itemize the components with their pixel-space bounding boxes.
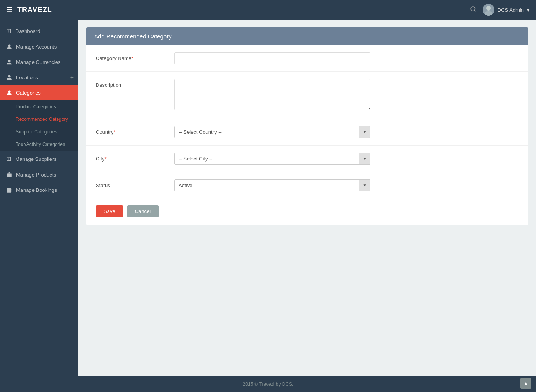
category-name-row: Category Name* <box>86 45 528 72</box>
footer-text: 2015 © Travezl by DCS. <box>243 381 294 387</box>
sidebar-item-manage-currencies[interactable]: Manage Currencies <box>0 55 78 70</box>
form-buttons: Save Cancel <box>86 199 528 225</box>
brand-title: TRAVEZL <box>17 6 470 14</box>
card-body: Category Name* Description Cou <box>86 45 528 225</box>
required-marker: * <box>114 129 116 135</box>
bookings-icon <box>6 187 12 193</box>
sidebar-item-manage-accounts[interactable]: Manage Accounts <box>0 39 78 55</box>
city-label: City* <box>96 153 174 162</box>
scroll-to-top-button[interactable]: ▲ <box>520 378 531 389</box>
category-name-input[interactable] <box>174 52 370 64</box>
user-menu[interactable]: DCS Admin ▾ <box>483 4 530 16</box>
description-label: Description <box>96 79 174 88</box>
city-row: City* -- Select City -- ▼ <box>86 146 528 172</box>
collapse-icon[interactable]: − <box>70 89 74 97</box>
status-row: Status Active Inactive ▼ <box>86 172 528 199</box>
sidebar-item-label: Locations <box>16 75 38 80</box>
sidebar-sub-recommended-category[interactable]: Recommended Category <box>0 113 78 126</box>
sidebar-sub-supplier-categories[interactable]: Supplier Categories <box>0 126 78 138</box>
products-icon <box>6 172 12 178</box>
description-row: Description <box>86 72 528 119</box>
categories-submenu: Product Categories Recommended Category … <box>0 100 78 151</box>
sidebar-item-categories[interactable]: Categories − <box>0 85 78 100</box>
country-label: Country* <box>96 126 174 135</box>
currencies-icon <box>6 59 12 65</box>
sidebar-item-label: Manage Accounts <box>16 44 57 50</box>
status-select[interactable]: Active Inactive <box>174 179 370 191</box>
sidebar-item-manage-bookings[interactable]: Manage Bookings <box>0 182 78 198</box>
svg-point-0 <box>471 7 475 11</box>
city-wrap: -- Select City -- ▼ <box>174 153 370 165</box>
accounts-icon <box>6 44 12 50</box>
sidebar-item-dashboard[interactable]: ⊞ Dashboard <box>0 23 78 39</box>
country-select-wrap: -- Select Country -- ▼ <box>174 126 370 138</box>
sidebar-sub-tour-activity-categories[interactable]: Tour/Activity Categories <box>0 138 78 151</box>
layout: ⊞ Dashboard Manage Accounts Manage Curre… <box>0 20 536 376</box>
status-select-wrap: Active Inactive ▼ <box>174 179 370 191</box>
sidebar-item-manage-suppliers[interactable]: ⊞ Manage Suppliers <box>0 151 78 167</box>
description-input[interactable] <box>174 79 370 110</box>
save-button[interactable]: Save <box>96 205 123 217</box>
sidebar-item-label: Manage Suppliers <box>15 156 57 162</box>
city-select-wrap: -- Select City -- ▼ <box>174 153 370 165</box>
user-name: DCS Admin <box>498 7 524 13</box>
required-marker: * <box>104 156 106 162</box>
category-name-label: Category Name* <box>96 52 174 61</box>
country-select[interactable]: -- Select Country -- <box>174 126 370 138</box>
sidebar-item-locations[interactable]: Locations + <box>0 70 78 85</box>
card-header: Add Recommended Category <box>86 27 528 45</box>
category-name-wrap <box>174 52 370 64</box>
status-label: Status <box>96 179 174 188</box>
cancel-button[interactable]: Cancel <box>127 205 159 217</box>
svg-rect-6 <box>7 188 11 193</box>
svg-line-1 <box>474 10 476 11</box>
menu-icon[interactable]: ☰ <box>6 5 13 14</box>
sidebar-item-label: Manage Currencies <box>16 59 60 65</box>
form-card: Add Recommended Category Category Name* … <box>86 27 528 225</box>
categories-icon <box>6 90 12 96</box>
sidebar: ⊞ Dashboard Manage Accounts Manage Curre… <box>0 20 78 376</box>
card-title: Add Recommended Category <box>94 33 172 40</box>
sidebar-item-label: Categories <box>16 90 41 96</box>
svg-rect-5 <box>7 173 12 177</box>
suppliers-icon: ⊞ <box>6 155 11 162</box>
sidebar-item-label: Dashboard <box>15 28 40 34</box>
sidebar-item-label: Manage Products <box>16 172 56 178</box>
expand-icon[interactable]: + <box>70 74 74 81</box>
city-select[interactable]: -- Select City -- <box>174 153 370 165</box>
description-wrap <box>174 79 370 111</box>
main-content: Add Recommended Category Category Name* … <box>78 20 536 376</box>
search-icon[interactable] <box>470 6 476 14</box>
avatar <box>483 4 494 16</box>
topbar: ☰ TRAVEZL DCS Admin ▾ <box>0 0 536 20</box>
country-row: Country* -- Select Country -- ▼ <box>86 119 528 146</box>
topbar-right: DCS Admin ▾ <box>470 4 530 16</box>
required-marker: * <box>131 55 133 61</box>
locations-icon <box>6 75 12 80</box>
user-chevron-icon: ▾ <box>527 7 530 13</box>
country-wrap: -- Select Country -- ▼ <box>174 126 370 138</box>
footer: 2015 © Travezl by DCS. <box>0 376 536 392</box>
sidebar-item-label: Manage Bookings <box>16 187 57 193</box>
status-wrap: Active Inactive ▼ <box>174 179 370 191</box>
dashboard-icon: ⊞ <box>6 27 11 35</box>
sidebar-sub-product-categories[interactable]: Product Categories <box>0 100 78 113</box>
sidebar-item-manage-products[interactable]: Manage Products <box>0 167 78 182</box>
svg-point-3 <box>486 6 491 11</box>
